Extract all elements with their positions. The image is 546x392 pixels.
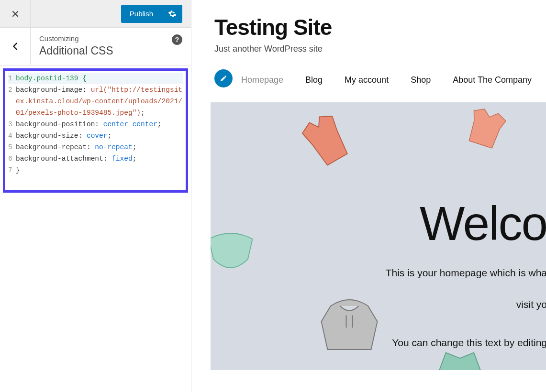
breadcrumb: Customizing [39, 34, 182, 43]
line-number: 3 [8, 119, 16, 130]
nav-about[interactable]: About The Company [453, 75, 532, 85]
panel-header: Customizing Additional CSS ? [0, 28, 191, 65]
panel-heading: Customizing Additional CSS ? [31, 28, 191, 65]
customizer-topbar: Publish [0, 0, 191, 28]
edit-shortcut-button[interactable] [214, 69, 233, 87]
nav-homepage[interactable]: Homepage [241, 75, 283, 85]
customizer-sidebar: Publish Customizing Additional CSS ? 1 [0, 0, 191, 392]
hero-paragraph-2: visit yo [386, 295, 546, 314]
underwear-illustration-icon [211, 217, 259, 284]
chevron-left-icon [10, 41, 21, 52]
line-number: 6 [8, 153, 16, 164]
gear-icon [168, 10, 177, 18]
close-button[interactable] [0, 0, 31, 27]
css-editor[interactable]: 1 body.postid-139 { 2 background-image: … [3, 68, 188, 193]
publish-area: Publish [31, 0, 191, 27]
site-preview: Testing Site Just another WordPress site… [191, 0, 546, 392]
hoodie-illustration-icon [311, 294, 388, 356]
nav-shop[interactable]: Shop [411, 75, 431, 85]
pencil-icon [220, 75, 227, 82]
close-icon [11, 9, 20, 19]
line-number: 7 [8, 164, 16, 176]
hero-heading: Welco [386, 196, 546, 251]
line-number: 1 [8, 73, 16, 84]
panel-title: Additional CSS [39, 44, 182, 57]
help-icon[interactable]: ? [172, 34, 182, 45]
hero-section: Welco This is your homepage which is wha… [211, 102, 546, 370]
hero-paragraph-3: You can change this text by editing [386, 333, 546, 352]
site-tagline: Just another WordPress site [214, 44, 546, 54]
publish-label: Publish [121, 10, 162, 18]
shirt-illustration-icon [295, 111, 357, 168]
nav-blog[interactable]: Blog [305, 75, 323, 85]
back-button[interactable] [0, 28, 31, 65]
hero-paragraph-1: This is your homepage which is wha [386, 263, 546, 283]
line-number: 4 [8, 130, 16, 142]
primary-nav: Homepage Blog My account Shop About The … [241, 75, 546, 85]
hero-paragraph-4: menu in you [386, 365, 546, 370]
publish-button[interactable]: Publish [121, 5, 182, 23]
tshirt-illustration-icon [460, 103, 513, 151]
hero-text: Welco This is your homepage which is wha… [386, 196, 546, 370]
line-number: 2 [8, 84, 16, 119]
site-title: Testing Site [214, 14, 546, 40]
nav-my-account[interactable]: My account [345, 75, 389, 85]
line-number: 5 [8, 142, 16, 153]
publish-settings-toggle[interactable] [162, 5, 182, 23]
